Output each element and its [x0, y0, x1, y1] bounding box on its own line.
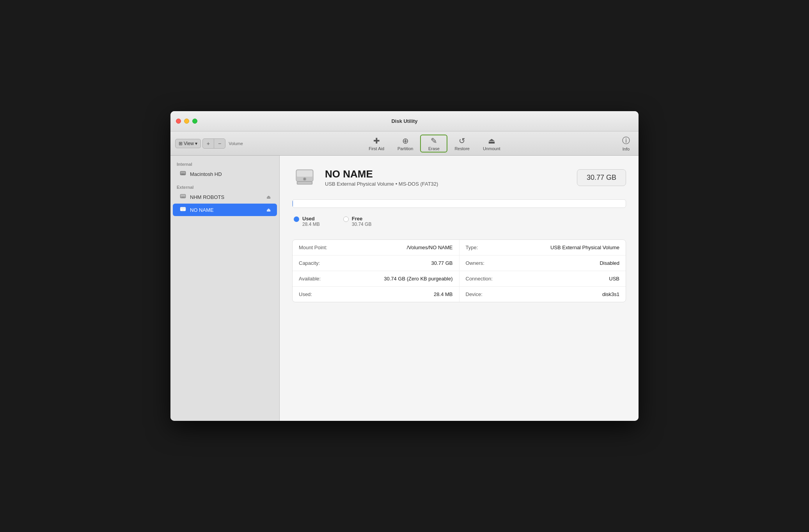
connection-cell: Connection: USB	[459, 271, 626, 286]
free-legend-text: Free 30.74 GB	[352, 216, 372, 227]
svg-rect-10	[297, 170, 312, 177]
owners-cell: Owners: Disabled	[459, 255, 626, 271]
device-key: Device:	[466, 291, 483, 297]
sidebar-item-no-name[interactable]: NO NAME ⏏	[173, 204, 277, 216]
sidebar-label-no-name: NO NAME	[190, 207, 263, 213]
disk-name: NO NAME	[325, 168, 569, 180]
svg-rect-14	[298, 182, 312, 184]
add-volume-button[interactable]: +	[203, 139, 214, 148]
disk-size-badge: 30.77 GB	[577, 169, 626, 186]
restore-label: Restore	[454, 146, 470, 151]
connection-key: Connection:	[466, 276, 493, 282]
svg-rect-1	[181, 172, 185, 174]
toolbar-center: ✚ First Aid ⊕ Partition ✎ Erase ↺ Restor…	[251, 135, 618, 153]
info-icon: ⓘ	[622, 135, 630, 146]
disk-header: NO NAME USB External Physical Volume • M…	[292, 165, 626, 190]
first-aid-icon: ✚	[373, 136, 380, 145]
usage-bar-container	[292, 199, 626, 208]
erase-button[interactable]: ✎ Erase	[420, 135, 447, 153]
free-dot	[343, 216, 349, 222]
usb-drive-icon	[179, 193, 187, 201]
disk-icon	[292, 165, 317, 190]
svg-point-2	[183, 174, 183, 175]
legend-used: Used 28.4 MB	[294, 216, 320, 227]
capacity-val: 30.77 GB	[431, 260, 453, 266]
chevron-down-icon: ▾	[195, 141, 197, 146]
unmount-label: Unmount	[483, 146, 500, 151]
used-key: Used:	[299, 291, 312, 297]
available-key: Available:	[299, 276, 321, 282]
app-window: Disk Utility ⊞ View ▾ + − Volume ✚ First…	[170, 111, 639, 421]
restore-icon: ↺	[459, 136, 465, 145]
used-cell: Used: 28.4 MB	[293, 287, 459, 302]
maximize-button[interactable]	[192, 119, 197, 124]
used-label: Used	[302, 216, 320, 222]
close-button[interactable]	[176, 119, 181, 124]
minimize-button[interactable]	[184, 119, 189, 124]
mount-point-key: Mount Point:	[299, 245, 327, 250]
partition-icon: ⊕	[402, 136, 409, 145]
device-cell: Device: disk3s1	[459, 287, 626, 302]
mount-point-cell: Mount Point: /Volumes/NO NAME	[293, 240, 459, 255]
device-val: disk3s1	[602, 291, 619, 297]
window-title: Disk Utility	[391, 118, 417, 124]
free-value: 30.74 GB	[352, 222, 372, 227]
eject-icon-nhm: ⏏	[266, 194, 271, 200]
info-table: Mount Point: /Volumes/NO NAME Type: USB …	[292, 239, 626, 302]
titlebar: Disk Utility	[170, 111, 639, 131]
info-button[interactable]: ⓘ Info	[618, 134, 634, 153]
first-aid-label: First Aid	[369, 146, 384, 151]
type-key: Type:	[466, 245, 478, 250]
first-aid-button[interactable]: ✚ First Aid	[362, 135, 390, 153]
toolbar: ⊞ View ▾ + − Volume ✚ First Aid ⊕ Partit…	[170, 131, 639, 156]
available-val: 30.74 GB (Zero KB purgeable)	[384, 276, 452, 282]
sidebar-section-external: External	[170, 183, 279, 190]
eject-icon-no-name: ⏏	[266, 207, 271, 213]
toolbar-left: ⊞ View ▾ + − Volume	[175, 138, 243, 149]
content: Internal Macintosh HD External	[170, 156, 639, 421]
partition-label: Partition	[397, 146, 413, 151]
drive-icon	[179, 170, 187, 178]
usage-bar-fill	[293, 200, 293, 207]
info-row-1: Mount Point: /Volumes/NO NAME Type: USB …	[293, 240, 626, 255]
sidebar-item-nhm-robots[interactable]: NHM ROBOTS ⏏	[173, 191, 277, 203]
sidebar-label-macintosh-hd: Macintosh HD	[190, 171, 271, 177]
info-label: Info	[623, 147, 630, 151]
main-content: NO NAME USB External Physical Volume • M…	[280, 156, 639, 421]
unmount-icon: ⏏	[488, 136, 495, 145]
owners-val: Disabled	[600, 260, 619, 266]
restore-button[interactable]: ↺ Restore	[448, 135, 476, 153]
svg-point-12	[304, 178, 305, 180]
capacity-cell: Capacity: 30.77 GB	[293, 255, 459, 271]
view-button[interactable]: ⊞ View ▾	[175, 139, 201, 148]
mount-point-val: /Volumes/NO NAME	[407, 245, 453, 250]
erase-icon: ✎	[431, 136, 437, 145]
svg-rect-4	[181, 195, 185, 197]
sidebar-section-internal: Internal	[170, 160, 279, 167]
toolbar-right: ⓘ Info	[618, 134, 634, 153]
available-cell: Available: 30.74 GB (Zero KB purgeable)	[293, 271, 459, 286]
legend-free: Free 30.74 GB	[343, 216, 372, 227]
used-dot	[294, 216, 299, 222]
owners-key: Owners:	[466, 260, 484, 266]
volume-label: Volume	[227, 141, 243, 146]
usage-legend: Used 28.4 MB Free 30.74 GB	[292, 216, 626, 227]
partition-button[interactable]: ⊕ Partition	[391, 135, 419, 153]
view-label: View	[184, 141, 194, 146]
volume-buttons: + −	[202, 138, 225, 149]
used-val: 28.4 MB	[434, 291, 452, 297]
sidebar-toggle-icon: ⊞	[179, 141, 183, 146]
sidebar-item-macintosh-hd[interactable]: Macintosh HD	[173, 168, 277, 180]
unmount-button[interactable]: ⏏ Unmount	[477, 135, 507, 153]
free-label: Free	[352, 216, 372, 222]
sidebar-label-nhm-robots: NHM ROBOTS	[190, 194, 263, 200]
remove-volume-button[interactable]: −	[214, 139, 225, 148]
capacity-key: Capacity:	[299, 260, 320, 266]
disk-subtitle: USB External Physical Volume • MS-DOS (F…	[325, 181, 569, 187]
erase-label: Erase	[428, 146, 440, 151]
usb-volume-icon	[179, 206, 187, 214]
connection-val: USB	[609, 276, 619, 282]
disk-info: NO NAME USB External Physical Volume • M…	[325, 168, 569, 187]
used-value: 28.4 MB	[302, 222, 320, 227]
sidebar: Internal Macintosh HD External	[170, 156, 280, 421]
